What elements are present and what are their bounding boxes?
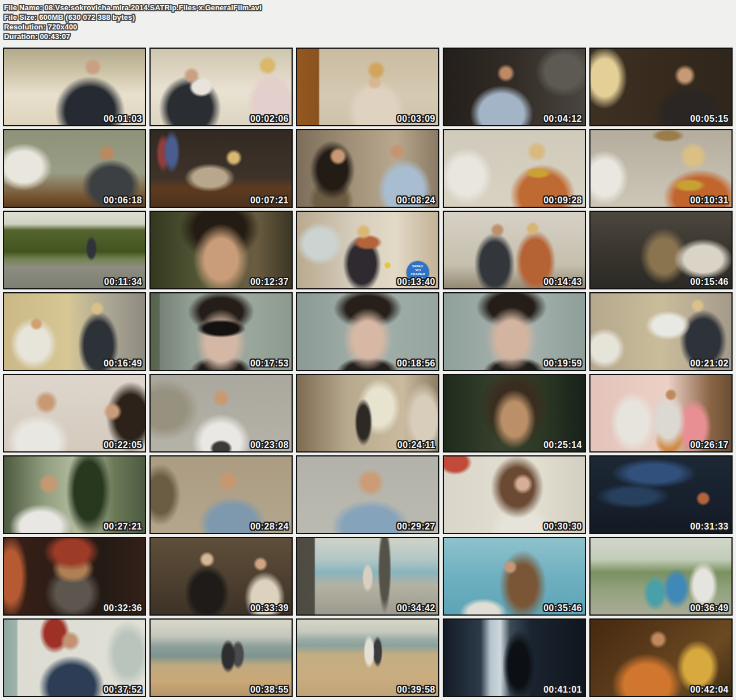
video-thumbnail-woman-sunglasses: 00:17:53	[149, 292, 293, 371]
badge-text-line: УСІ	[415, 268, 421, 272]
file-size-line: File Size: 600MB (630 072 388 bytes)	[4, 12, 736, 22]
video-thumbnail-boy-lying-dark: 00:31:33	[589, 455, 733, 534]
video-thumbnail-bald-man-closeup: 00:29:27	[296, 455, 439, 534]
video-contact-sheet: { "header": { "lines": [ "File Name: 08.…	[0, 0, 736, 700]
video-thumbnail-young-woman-closeup: 00:12:37	[149, 211, 293, 289]
video-thumbnail-office-blonde-orange: 00:09:28	[443, 129, 586, 208]
video-thumbnail-hallway-painting-badge: ЗАРАЗ:УСІСКАРБИСВІТУ00:13:40	[296, 211, 439, 289]
video-thumbnail-woman-teary-closeup: 00:18:56	[296, 292, 439, 371]
video-thumbnail-blonde-orange-closeup: 00:10:31	[589, 129, 733, 208]
video-thumbnail-older-man-lamp-room: 00:05:15	[589, 48, 733, 126]
timestamp-label: 00:14:43	[544, 277, 582, 287]
timestamp-label: 00:24:11	[397, 440, 435, 450]
video-thumbnail-dark-silhouette-window: 00:41:01	[443, 618, 586, 697]
video-thumbnail-office-flag-desk: 00:07:21	[149, 129, 293, 208]
timestamp-label: 00:12:37	[250, 277, 289, 287]
timestamp-label: 00:34:42	[397, 603, 435, 613]
timestamp-label: 00:18:56	[397, 358, 435, 369]
timestamp-label: 00:08:24	[397, 195, 435, 206]
video-thumbnail-turban-man: 00:32:36	[3, 537, 146, 616]
video-thumbnail-man-golden-mask: 00:42:04	[589, 618, 733, 697]
timestamp-label: 00:21:02	[690, 358, 729, 369]
timestamp-label: 00:30:30	[544, 522, 582, 532]
timestamp-label: 00:19:59	[544, 358, 582, 369]
video-thumbnail-man-white-jacket-woman: 00:22:05	[3, 374, 146, 453]
timestamp-label: 00:28:24	[250, 522, 289, 532]
timestamp-label: 00:09:28	[544, 195, 582, 206]
timestamp-label: 00:01:03	[104, 114, 142, 124]
timestamp-label: 00:29:27	[397, 522, 435, 532]
video-thumbnail-woman-closeup: 00:19:59	[443, 292, 586, 371]
timestamp-label: 00:04:12	[544, 114, 582, 124]
video-thumbnail-pink-room-group: 00:26:17	[589, 374, 733, 453]
thumbnail-grid: 00:01:0300:02:0600:03:0900:04:1200:05:15…	[0, 48, 736, 697]
video-thumbnail-bald-man-plaid-interior: 00:28:24	[149, 455, 293, 534]
timestamp-label: 00:38:55	[250, 685, 289, 695]
video-thumbnail-man-dark-shirt-cream-sofa: 00:01:03	[3, 48, 146, 126]
video-thumbnail-woman-sea: 00:35:46	[443, 537, 586, 616]
video-thumbnail-apartment-window: 00:24:11	[296, 374, 439, 453]
timestamp-label: 00:42:04	[690, 685, 729, 695]
video-thumbnail-office-papers: 00:21:02	[589, 292, 733, 371]
video-thumbnail-seaside-promenade: 00:34:42	[296, 537, 439, 616]
timestamp-label: 00:07:21	[250, 195, 289, 206]
timestamp-label: 00:06:18	[104, 195, 142, 206]
timestamp-label: 00:31:33	[690, 522, 729, 532]
duration-line: Duration: 00:43:07	[4, 32, 736, 41]
timestamp-label: 00:32:36	[104, 603, 142, 613]
timestamp-label: 00:11:34	[104, 277, 142, 287]
video-thumbnail-man-striped-shirt-dark-room: 00:04:12	[443, 48, 586, 126]
video-thumbnail-person-on-bed-dark: 00:15:46	[589, 211, 733, 289]
video-thumbnail-man-navy-jacket-building: 00:37:52	[3, 618, 146, 697]
video-thumbnail-period-costume-couple: 00:33:39	[149, 537, 293, 616]
file-metadata: File Name: 08.Vse.sokrovicha.mira.2014.S…	[0, 0, 736, 41]
video-thumbnail-pebble-beach-couple: 00:39:58	[296, 618, 439, 697]
timestamp-label: 00:05:15	[690, 114, 729, 124]
file-name-line: File Name: 08.Vse.sokrovicha.mira.2014.S…	[4, 3, 736, 12]
video-thumbnail-woman-tea-kitchen: 00:03:09	[296, 48, 439, 126]
video-thumbnail-man-white-shirt-forest: 00:27:21	[3, 455, 146, 534]
timestamp-label: 00:22:05	[104, 440, 142, 450]
timestamp-label: 00:23:08	[250, 440, 289, 450]
timestamp-label: 00:36:49	[690, 603, 729, 613]
timestamp-label: 00:33:39	[250, 603, 289, 613]
timestamp-label: 00:13:40	[397, 277, 435, 287]
timestamp-label: 00:37:52	[104, 685, 142, 695]
video-thumbnail-woman-kitchen: 00:30:30	[443, 455, 586, 534]
timestamp-label: 00:03:09	[397, 114, 435, 124]
timestamp-label: 00:02:06	[250, 114, 289, 124]
timestamp-label: 00:17:53	[250, 358, 289, 369]
video-thumbnail-office-two-men: 00:16:49	[3, 292, 146, 371]
timestamp-label: 00:15:46	[690, 277, 729, 287]
video-thumbnail-office-paper-handoff: 00:06:18	[3, 129, 146, 208]
video-thumbnail-long-haired-man-forest: 00:25:14	[443, 374, 586, 453]
badge-text-line: СКАРБИ	[411, 272, 425, 276]
video-thumbnail-yard-children: 00:36:49	[589, 537, 733, 616]
video-thumbnail-couple-living-room: 00:14:43	[443, 211, 586, 289]
resolution-line: Resolution: 720x400	[4, 22, 736, 32]
video-thumbnail-couple-indoors: 00:08:24	[296, 129, 439, 208]
video-thumbnail-park-road: 00:11:34	[3, 211, 146, 289]
video-thumbnail-man-bandaged-hand-woman-pink: 00:02:06	[149, 48, 293, 126]
video-thumbnail-teen-white-tshirt: 00:23:08	[149, 374, 293, 453]
timestamp-label: 00:10:31	[690, 195, 729, 206]
timestamp-label: 00:39:58	[397, 685, 435, 695]
timestamp-label: 00:35:46	[544, 603, 582, 613]
badge-text-line: ЗАРАЗ:	[412, 264, 424, 268]
timestamp-label: 00:27:21	[104, 522, 142, 532]
timestamp-label: 00:16:49	[104, 358, 142, 369]
timestamp-label: 00:26:17	[690, 440, 729, 450]
timestamp-label: 00:41:01	[544, 685, 582, 695]
timestamp-label: 00:25:14	[544, 440, 582, 450]
video-thumbnail-rocky-shore-walk: 00:38:55	[149, 618, 293, 697]
